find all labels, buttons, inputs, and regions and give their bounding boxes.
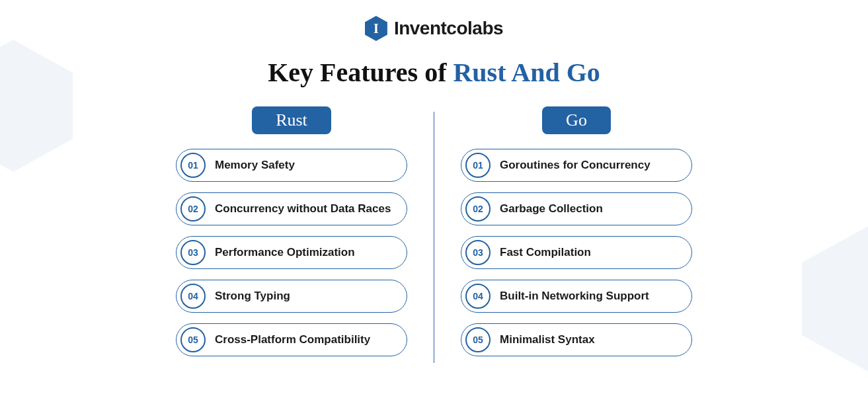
feature-number: 05: [465, 327, 491, 352]
feature-item: 05 Minimalist Syntax: [461, 323, 692, 356]
feature-item: 02 Garbage Collection: [461, 192, 692, 225]
feature-text: Minimalist Syntax: [500, 333, 595, 346]
feature-item: 03 Fast Compilation: [461, 236, 692, 269]
title-prefix: Key Features of: [268, 58, 453, 87]
logo-letter: I: [374, 21, 379, 36]
feature-text: Built-in Networking Support: [500, 290, 649, 303]
feature-text: Concurrency without Data Races: [215, 202, 391, 216]
column-rust: Rust 01 Memory Safety 02 Concurrency wit…: [149, 106, 434, 363]
feature-text: Cross-Platform Compatibility: [215, 333, 370, 346]
feature-text: Goroutines for Concurrency: [500, 159, 651, 172]
feature-item: 02 Concurrency without Data Races: [176, 192, 407, 225]
column-header-go: Go: [542, 106, 611, 134]
feature-item: 03 Performance Optimization: [176, 236, 407, 269]
columns-container: Rust 01 Memory Safety 02 Concurrency wit…: [0, 106, 868, 363]
feature-text: Performance Optimization: [215, 246, 355, 259]
feature-item: 04 Strong Typing: [176, 280, 407, 313]
feature-item: 05 Cross-Platform Compatibility: [176, 323, 407, 356]
feature-number: 05: [180, 327, 206, 352]
feature-text: Memory Safety: [215, 159, 295, 172]
logo-text: Inventcolabs: [394, 18, 503, 39]
feature-number: 03: [180, 240, 206, 265]
column-go: Go 01 Goroutines for Concurrency 02 Garb…: [434, 106, 719, 363]
feature-number: 04: [465, 284, 491, 309]
brand-logo: I Inventcolabs: [0, 16, 868, 41]
feature-number: 04: [180, 284, 206, 309]
feature-number: 03: [465, 240, 491, 265]
feature-item: 04 Built-in Networking Support: [461, 280, 692, 313]
feature-number: 02: [180, 196, 206, 221]
feature-list-rust: 01 Memory Safety 02 Concurrency without …: [176, 149, 407, 356]
feature-item: 01 Memory Safety: [176, 149, 407, 182]
feature-number: 01: [465, 153, 491, 178]
feature-number: 01: [180, 153, 206, 178]
column-header-rust: Rust: [252, 106, 331, 134]
feature-list-go: 01 Goroutines for Concurrency 02 Garbage…: [461, 149, 692, 356]
logo-hexagon-icon: I: [365, 16, 387, 41]
feature-text: Garbage Collection: [500, 202, 603, 216]
feature-text: Strong Typing: [215, 290, 290, 303]
feature-text: Fast Compilation: [500, 246, 591, 259]
feature-item: 01 Goroutines for Concurrency: [461, 149, 692, 182]
title-accent: Rust And Go: [453, 58, 600, 87]
feature-number: 02: [465, 196, 491, 221]
page-title: Key Features of Rust And Go: [0, 57, 868, 88]
